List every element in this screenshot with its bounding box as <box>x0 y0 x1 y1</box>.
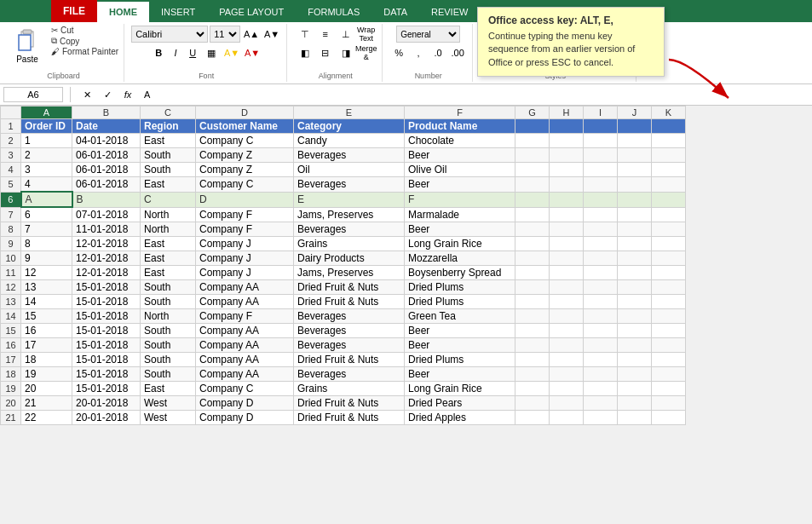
cell[interactable]: Beer <box>405 338 515 353</box>
cell[interactable] <box>550 411 584 425</box>
cancel-formula-button[interactable]: ✕ <box>78 86 96 103</box>
cell[interactable]: Dried Plums <box>405 295 515 309</box>
cell[interactable]: Company AA <box>196 353 294 367</box>
cell[interactable] <box>584 222 618 237</box>
cell[interactable]: Company D <box>196 396 294 411</box>
cell[interactable]: A <box>21 192 72 207</box>
cell[interactable] <box>652 338 686 353</box>
copy-button[interactable]: ⧉ Copy <box>51 36 118 46</box>
cell[interactable]: Dried Apples <box>405 411 515 425</box>
cell[interactable] <box>584 148 618 163</box>
cell[interactable] <box>515 148 550 163</box>
cell[interactable]: Beverages <box>294 177 405 193</box>
cell[interactable]: Company F <box>196 222 294 237</box>
cell[interactable]: 06-01-2018 <box>72 148 141 163</box>
cell[interactable]: 4 <box>21 177 72 193</box>
cell[interactable] <box>550 309 584 324</box>
cell[interactable]: Dried Fruit & Nuts <box>294 280 405 295</box>
cell[interactable] <box>652 324 686 338</box>
cell[interactable] <box>550 119 584 134</box>
cell[interactable] <box>515 309 550 324</box>
cell[interactable] <box>618 411 652 425</box>
cell[interactable]: Company J <box>196 251 294 266</box>
cell[interactable]: 1 <box>21 134 72 148</box>
cell[interactable]: Long Grain Rice <box>405 382 515 396</box>
cell[interactable] <box>550 295 584 309</box>
cell[interactable]: 3 <box>21 163 72 177</box>
align-center-button[interactable]: ⊟ <box>316 44 335 61</box>
percent-button[interactable]: % <box>389 44 408 61</box>
cell[interactable]: Jams, Preserves <box>294 266 405 280</box>
cell[interactable] <box>652 295 686 309</box>
cell[interactable]: Company Z <box>196 163 294 177</box>
cell[interactable] <box>652 148 686 163</box>
cell[interactable]: B <box>72 192 141 207</box>
cell[interactable]: Grains <box>294 237 405 251</box>
cell[interactable] <box>584 177 618 193</box>
cell[interactable]: 2 <box>21 148 72 163</box>
cell[interactable]: D <box>196 192 294 207</box>
increase-decimal-button[interactable]: .0 <box>429 44 447 61</box>
cell[interactable]: Date <box>72 119 141 134</box>
italic-button[interactable]: I <box>168 45 183 60</box>
cell[interactable]: 15 <box>21 309 72 324</box>
cell[interactable]: 15-01-2018 <box>72 309 141 324</box>
cell[interactable] <box>584 382 618 396</box>
cell[interactable]: Boysenberry Spread <box>405 266 515 280</box>
align-top-button[interactable]: ⊤ <box>296 26 314 43</box>
row-header-11[interactable]: 11 <box>1 266 21 280</box>
insert-function-button[interactable]: fx <box>118 86 137 103</box>
cell[interactable]: Chocolate <box>405 134 515 148</box>
cell[interactable]: Long Grain Rice <box>405 237 515 251</box>
cell[interactable]: Company C <box>196 134 294 148</box>
cell[interactable]: Customer Name <box>196 119 294 134</box>
cell[interactable] <box>652 177 686 193</box>
cell[interactable]: Candy <box>294 134 405 148</box>
cell[interactable]: West <box>141 411 196 425</box>
cell[interactable] <box>550 177 584 193</box>
paste-button[interactable]: Paste <box>9 26 46 70</box>
cell[interactable]: F <box>405 192 515 207</box>
cell[interactable] <box>652 192 686 207</box>
cell[interactable] <box>584 207 618 222</box>
tab-review[interactable]: REVIEW <box>419 2 480 22</box>
cell[interactable] <box>618 396 652 411</box>
cell[interactable] <box>618 134 652 148</box>
cell[interactable] <box>515 177 550 193</box>
cell[interactable]: Company J <box>196 237 294 251</box>
font-family-select[interactable]: Calibri <box>131 26 208 43</box>
cell[interactable] <box>652 396 686 411</box>
align-right-button[interactable]: ◨ <box>337 44 355 61</box>
cell[interactable]: North <box>141 207 196 222</box>
row-header-1[interactable]: 1 <box>1 119 21 134</box>
cell[interactable]: South <box>141 338 196 353</box>
font-increase-button[interactable]: A▲ <box>242 26 261 43</box>
cell[interactable] <box>515 237 550 251</box>
cell[interactable]: Jams, Preserves <box>294 207 405 222</box>
cell[interactable]: E <box>294 192 405 207</box>
cell[interactable] <box>515 411 550 425</box>
cell[interactable]: Order ID <box>21 119 72 134</box>
row-header-8[interactable]: 8 <box>1 222 21 237</box>
confirm-formula-button[interactable]: ✓ <box>98 86 117 103</box>
row-header-14[interactable]: 14 <box>1 309 21 324</box>
cell[interactable]: Company AA <box>196 367 294 382</box>
cell[interactable]: 16 <box>21 324 72 338</box>
format-painter-button[interactable]: 🖌 Format Painter <box>51 47 118 56</box>
cell[interactable]: 06-01-2018 <box>72 177 141 193</box>
cell[interactable] <box>515 367 550 382</box>
font-decrease-button[interactable]: A▼ <box>262 26 281 43</box>
cell[interactable]: Beverages <box>294 148 405 163</box>
cell[interactable] <box>618 295 652 309</box>
cell[interactable]: 06-01-2018 <box>72 163 141 177</box>
cell[interactable] <box>515 207 550 222</box>
comma-button[interactable]: , <box>409 44 428 61</box>
cell[interactable] <box>550 338 584 353</box>
cell[interactable] <box>584 411 618 425</box>
cell[interactable] <box>550 280 584 295</box>
formula-input[interactable] <box>141 88 809 101</box>
cell[interactable]: Company D <box>196 411 294 425</box>
cell[interactable]: 20 <box>21 382 72 396</box>
cell[interactable] <box>584 309 618 324</box>
cell[interactable] <box>584 134 618 148</box>
